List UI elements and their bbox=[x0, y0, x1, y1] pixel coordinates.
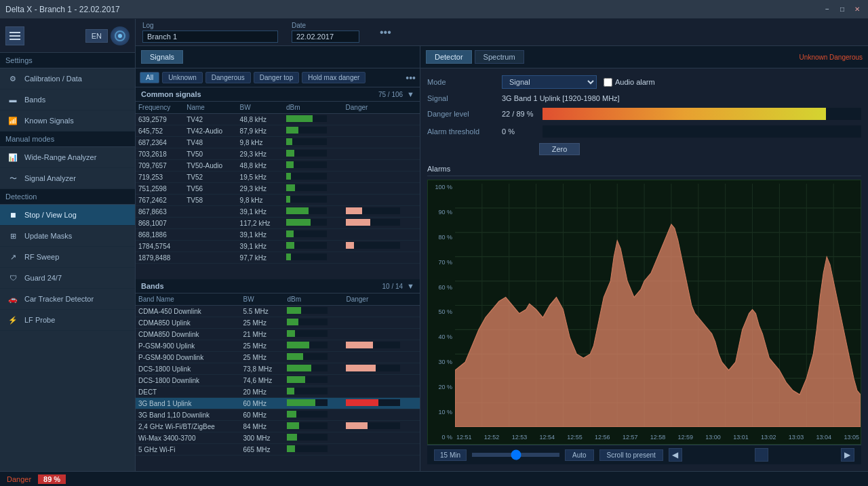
minimize-button[interactable]: − bbox=[822, 4, 833, 15]
cell-band-dbm bbox=[284, 317, 343, 329]
common-signals-table: Frequency Name BW dBm Danger 639,2579 TV… bbox=[136, 102, 420, 264]
audio-alarm-checkbox[interactable]: Audio alarm bbox=[604, 78, 655, 87]
sidebar-item-known-signals[interactable]: 📶 Known Signals bbox=[0, 110, 135, 131]
table-row[interactable]: DECT 20 MHz bbox=[136, 386, 420, 398]
tab-detector[interactable]: Detector bbox=[426, 50, 472, 64]
cell-danger bbox=[343, 171, 420, 183]
sidebar-item-car-tracker[interactable]: 🚗 Car Tracker Detector bbox=[0, 289, 135, 310]
table-row[interactable]: CDMA-450 Downlink 5.5 MHz bbox=[136, 306, 420, 317]
cell-name: TV58 bbox=[184, 195, 237, 206]
alarm-bar bbox=[542, 125, 861, 138]
table-row[interactable]: 868,1886 39,1 kHz bbox=[136, 229, 420, 241]
table-row[interactable]: 767,2462 TV58 9,8 kHz bbox=[136, 195, 420, 206]
filter-hold-max[interactable]: Hold max danger bbox=[302, 72, 366, 83]
time-slider[interactable] bbox=[472, 453, 559, 457]
chart-thumbnail bbox=[755, 448, 768, 462]
cell-band-danger bbox=[343, 444, 420, 455]
time-range-button[interactable]: 15 Min bbox=[434, 449, 467, 461]
table-row[interactable]: 2,4 GHz Wi-Fi/BT/ZigBee 84 MHz bbox=[136, 421, 420, 432]
language-button[interactable]: EN bbox=[85, 29, 108, 43]
bands-arrow[interactable]: ▼ bbox=[407, 282, 414, 290]
y-label-80: 80 % bbox=[431, 234, 452, 241]
table-row[interactable]: 1784,5754 39,1 kHz bbox=[136, 241, 420, 252]
date-input[interactable] bbox=[292, 31, 359, 43]
table-row[interactable]: Wi-Max 3400-3700 300 MHz bbox=[136, 432, 420, 444]
table-row[interactable]: 3G Band 1 Uplink 60 MHz bbox=[136, 398, 420, 409]
nav-next-button[interactable]: ▶ bbox=[841, 448, 854, 462]
x-label-1254: 12:54 bbox=[539, 434, 555, 441]
cell-band-name: P-GSM-900 Uplink bbox=[136, 340, 241, 352]
sidebar-item-update-masks[interactable]: ⊞ Update Masks bbox=[0, 226, 135, 247]
tab-signals[interactable]: Signals bbox=[141, 50, 183, 64]
cell-band-name: 5 GHz Wi-Fi bbox=[136, 444, 241, 455]
mode-select[interactable]: Signal bbox=[502, 75, 597, 89]
common-signals-arrow[interactable]: ▼ bbox=[407, 90, 414, 98]
filter-menu-dots[interactable]: ••• bbox=[406, 73, 416, 83]
table-row[interactable]: P-GSM-900 Downlink 25 MHz bbox=[136, 352, 420, 363]
sweep-icon: ↗ bbox=[7, 251, 19, 263]
titlebar: Delta X - Branch 1 - 22.02.2017 − □ ✕ bbox=[0, 0, 868, 19]
cell-bw: 29,3 kHz bbox=[237, 148, 283, 160]
bands-scroll[interactable]: Band Name BW dBm Danger CDMA-450 Downlin… bbox=[136, 293, 420, 471]
cell-band-danger bbox=[343, 375, 420, 386]
table-row[interactable]: 703,2618 TV50 29,3 kHz bbox=[136, 148, 420, 160]
sidebar-item-wide-range[interactable]: 📊 Wide-Range Analyzer bbox=[0, 147, 135, 168]
zero-button[interactable]: Zero bbox=[539, 143, 580, 155]
col-band-name: Band Name bbox=[136, 293, 241, 306]
filter-dangerous[interactable]: Dangerous bbox=[205, 72, 251, 83]
menu-icon[interactable] bbox=[5, 26, 24, 45]
table-row[interactable]: 3G Band 1,10 Downlink 60 MHz bbox=[136, 409, 420, 421]
x-label-1255: 12:55 bbox=[567, 434, 583, 441]
table-row[interactable]: 1879,8488 97,7 kHz bbox=[136, 252, 420, 264]
table-row[interactable]: DCS-1800 Uplink 73,8 MHz bbox=[136, 363, 420, 375]
x-label-1301: 13:01 bbox=[733, 434, 749, 441]
tab-spectrum[interactable]: Spectrum bbox=[475, 50, 524, 64]
sidebar-item-guard[interactable]: 🛡 Guard 24/7 bbox=[0, 268, 135, 289]
maximize-button[interactable]: □ bbox=[837, 4, 848, 15]
table-row[interactable]: P-GSM-900 Uplink 25 MHz bbox=[136, 340, 420, 352]
x-label-1257: 12:57 bbox=[623, 434, 638, 441]
sidebar-item-lf-probe[interactable]: ⚡ LF Probe bbox=[0, 310, 135, 331]
audio-alarm-input[interactable] bbox=[604, 78, 612, 87]
auto-button[interactable]: Auto bbox=[565, 449, 594, 461]
filter-unknown[interactable]: Unknown bbox=[162, 72, 203, 83]
cell-band-bw: 300 MHz bbox=[241, 432, 285, 444]
table-row[interactable]: 645,752 TV42-Audio 87,9 kHz bbox=[136, 125, 420, 137]
table-row[interactable]: DCS-1800 Downlink 74,6 MHz bbox=[136, 375, 420, 386]
table-row[interactable]: 867,8663 39,1 kHz bbox=[136, 206, 420, 218]
table-row[interactable]: CDMA850 Uplink 25 MHz bbox=[136, 317, 420, 329]
cell-band-name: 2,4 GHz Wi-Fi/BT/ZigBee bbox=[136, 421, 241, 432]
filter-danger-top[interactable]: Danger top bbox=[254, 72, 299, 83]
alarms-section: Alarms 100 % 90 % 80 % 70 % 60 % 50 % 40… bbox=[420, 162, 868, 471]
nav-prev-button[interactable]: ◀ bbox=[669, 448, 682, 462]
common-signals-scroll[interactable]: Frequency Name BW dBm Danger 639,2579 TV… bbox=[136, 102, 420, 279]
x-label-1305: 13:05 bbox=[844, 434, 859, 441]
scroll-to-present-button[interactable]: Scroll to present bbox=[599, 449, 663, 461]
logbar-menu-dots[interactable]: ••• bbox=[380, 26, 391, 39]
table-row[interactable]: 687,2364 TV48 9,8 kHz bbox=[136, 137, 420, 148]
alarm-chart-svg bbox=[455, 184, 861, 427]
y-label-90: 90 % bbox=[431, 209, 452, 216]
sidebar-item-rf-sweep[interactable]: ↗ RF Sweep bbox=[0, 247, 135, 268]
statusbar: Danger 89 % bbox=[0, 471, 868, 486]
table-row[interactable]: 868,1007 117,2 kHz bbox=[136, 218, 420, 229]
date-label: Date bbox=[292, 22, 359, 29]
table-row[interactable]: 709,7657 TV50-Audio 48,8 kHz bbox=[136, 160, 420, 171]
close-button[interactable]: ✕ bbox=[852, 4, 863, 15]
table-row[interactable]: CDMA850 Downlink 21 MHz bbox=[136, 329, 420, 340]
log-input[interactable] bbox=[142, 31, 278, 43]
cell-band-dbm bbox=[284, 386, 343, 398]
log-label: Log bbox=[142, 22, 278, 29]
cell-band-bw: 60 MHz bbox=[241, 398, 285, 409]
sidebar-item-calibration[interactable]: ⚙ Calibration / Data bbox=[0, 68, 135, 89]
sidebar-item-signal-analyzer[interactable]: 〜 Signal Analyzer bbox=[0, 168, 135, 189]
filter-all[interactable]: All bbox=[140, 72, 159, 83]
x-label-1258: 12:58 bbox=[650, 434, 666, 441]
sidebar-item-bands[interactable]: ▬ Bands bbox=[0, 89, 135, 110]
table-row[interactable]: 639,2579 TV42 48,8 kHz bbox=[136, 114, 420, 125]
cell-band-name: CDMA-450 Downlink bbox=[136, 306, 241, 317]
table-row[interactable]: 719,253 TV52 19,5 kHz bbox=[136, 171, 420, 183]
table-row[interactable]: 751,2598 TV56 29,3 kHz bbox=[136, 183, 420, 195]
table-row[interactable]: 5 GHz Wi-Fi 665 MHz bbox=[136, 444, 420, 455]
sidebar-item-stop-view-log[interactable]: ⏹ Stop / View Log bbox=[0, 205, 135, 226]
